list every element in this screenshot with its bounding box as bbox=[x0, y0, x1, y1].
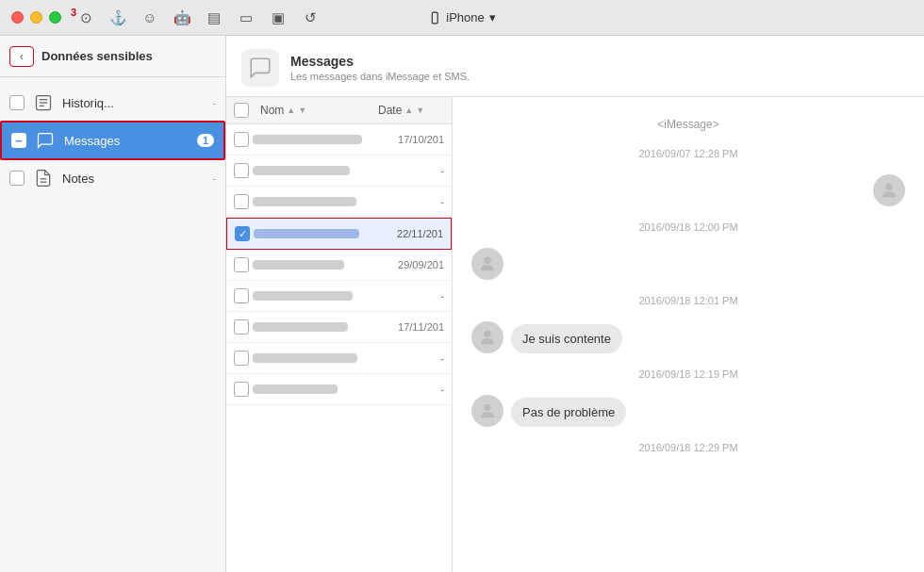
row-checkbox[interactable] bbox=[234, 288, 249, 303]
msg-list-header: Nom ▲ ▼ Date ▲ ▼ bbox=[226, 97, 452, 124]
header-checkbox-col bbox=[234, 103, 256, 118]
row-date: - bbox=[378, 352, 444, 364]
chat-row bbox=[471, 174, 905, 206]
sidebar-title: Données sensibles bbox=[41, 49, 153, 63]
content-title: Messages bbox=[290, 54, 470, 69]
device-chevron: ▾ bbox=[489, 10, 496, 25]
podcast-icon[interactable]: ⊙ bbox=[76, 8, 95, 27]
titlebar: 3 ⊙ ⚓ ☺ 🤖 ▤ ▭ ▣ ↺ iPhone ▾ bbox=[0, 0, 924, 36]
titlebar-icons: ⊙ ⚓ ☺ 🤖 ▤ ▭ ▣ ↺ bbox=[76, 8, 320, 27]
svg-rect-0 bbox=[432, 12, 437, 24]
table-row[interactable]: - bbox=[226, 155, 452, 187]
row-name bbox=[253, 260, 374, 270]
device-selector[interactable]: iPhone ▾ bbox=[428, 10, 495, 25]
row-date: 17/10/201 bbox=[378, 134, 444, 145]
notes-arrow: - bbox=[212, 172, 216, 184]
back-button[interactable]: ‹ bbox=[9, 46, 34, 67]
row-name bbox=[253, 291, 374, 301]
chat-row-incoming: Je suis contente bbox=[471, 321, 905, 353]
svg-point-9 bbox=[484, 257, 490, 264]
messages-label: Messages bbox=[64, 134, 190, 148]
historique-label: Historiq... bbox=[62, 96, 205, 110]
traffic-lights bbox=[11, 11, 61, 24]
table-row[interactable]: 17/11/201 bbox=[226, 312, 452, 343]
row-name bbox=[253, 353, 374, 363]
row-checkbox[interactable] bbox=[234, 382, 249, 397]
sidebar-items: Historiq... - − Messages 1 bbox=[0, 77, 225, 572]
content-messages-icon bbox=[241, 49, 279, 87]
maximize-button[interactable] bbox=[49, 11, 61, 24]
row-checkbox[interactable] bbox=[234, 257, 249, 272]
tablet-icon[interactable]: ▭ bbox=[237, 8, 256, 27]
row-checkbox[interactable] bbox=[234, 194, 249, 209]
sidebar-item-messages[interactable]: − Messages 1 bbox=[0, 121, 225, 160]
message-list: Nom ▲ ▼ Date ▲ ▼ 17/10/ bbox=[226, 97, 453, 572]
row-date: - bbox=[378, 165, 444, 176]
close-button[interactable] bbox=[11, 11, 24, 24]
anchor-icon[interactable]: ⚓ bbox=[108, 8, 127, 27]
table-row[interactable]: - bbox=[226, 374, 452, 405]
row-date: - bbox=[378, 384, 444, 395]
messages-icon bbox=[34, 129, 57, 152]
table-row[interactable]: - bbox=[226, 281, 452, 312]
chat-row-incoming: Pas de problème bbox=[471, 395, 905, 427]
table-row[interactable]: 29/09/201 bbox=[226, 250, 452, 281]
row-date: 22/11/201 bbox=[377, 228, 443, 239]
row-checkbox[interactable] bbox=[234, 319, 249, 335]
row-name bbox=[253, 322, 374, 332]
messages-minus[interactable]: − bbox=[11, 133, 26, 148]
avatar bbox=[471, 321, 503, 353]
chat-bubble: Pas de problème bbox=[511, 398, 626, 427]
row-date: 17/11/201 bbox=[378, 321, 444, 333]
content-body: Nom ▲ ▼ Date ▲ ▼ 17/10/ bbox=[226, 97, 924, 572]
row-checkbox[interactable] bbox=[234, 351, 249, 366]
svg-point-10 bbox=[484, 331, 490, 337]
table-row[interactable]: - bbox=[226, 343, 452, 374]
svg-point-11 bbox=[484, 404, 490, 411]
chat-timestamp: 2016/09/18 12:29 PM bbox=[471, 442, 905, 453]
wallet-icon[interactable]: ▣ bbox=[269, 8, 288, 27]
table-row[interactable]: 17/10/201 bbox=[226, 124, 452, 155]
row-date: - bbox=[378, 290, 444, 302]
nom-sort-asc: ▲ bbox=[287, 106, 295, 115]
row-name bbox=[253, 384, 374, 394]
row-name bbox=[254, 229, 373, 238]
sidebar-header: ‹ Données sensibles bbox=[0, 36, 225, 77]
chat-timestamp: 2016/09/07 12:28 PM bbox=[471, 148, 905, 159]
device-name: iPhone bbox=[446, 10, 484, 25]
historique-icon bbox=[32, 91, 55, 114]
main-layout: ‹ Données sensibles Historiq... - bbox=[0, 36, 924, 572]
row-name bbox=[253, 166, 374, 175]
table-row-selected[interactable]: 2 ✓ 22/11/201 bbox=[226, 218, 452, 250]
chat-bubble: Je suis contente bbox=[511, 324, 622, 353]
phone-icon bbox=[428, 11, 441, 25]
chat-area: <iMessage> 2016/09/07 12:28 PM 2016/09/1… bbox=[453, 97, 924, 572]
face-icon[interactable]: ☺ bbox=[140, 8, 159, 27]
sidebar: ‹ Données sensibles Historiq... - bbox=[0, 36, 226, 572]
sidebar-item-historique[interactable]: Historiq... - bbox=[0, 85, 225, 121]
row-date: - bbox=[378, 196, 444, 207]
historique-arrow: - bbox=[212, 97, 216, 108]
col-nom[interactable]: Nom ▲ ▼ bbox=[260, 104, 374, 117]
archive-icon[interactable]: ▤ bbox=[205, 8, 223, 27]
row-checkbox[interactable] bbox=[234, 132, 249, 147]
minimize-button[interactable] bbox=[30, 11, 42, 24]
svg-point-8 bbox=[885, 184, 892, 190]
select-all-checkbox[interactable] bbox=[234, 103, 249, 118]
history-icon[interactable]: ↺ bbox=[301, 8, 320, 27]
nom-sort-desc: ▼ bbox=[298, 106, 306, 115]
chat-timestamp: 2016/09/18 12:19 PM bbox=[471, 368, 905, 380]
date-sort-asc: ▲ bbox=[404, 106, 413, 115]
table-row[interactable]: - bbox=[226, 187, 452, 218]
historique-checkbox[interactable] bbox=[9, 95, 25, 110]
avatar bbox=[471, 395, 503, 427]
notes-checkbox[interactable] bbox=[9, 171, 25, 186]
back-arrow: ‹ bbox=[20, 50, 24, 63]
sidebar-item-notes[interactable]: Notes - bbox=[0, 160, 225, 196]
notes-icon bbox=[32, 167, 55, 189]
avatar bbox=[471, 248, 503, 280]
robot-icon[interactable]: 🤖 bbox=[173, 8, 191, 27]
row-checkbox-selected[interactable]: ✓ bbox=[235, 226, 250, 241]
row-checkbox[interactable] bbox=[234, 163, 249, 178]
col-date[interactable]: Date ▲ ▼ bbox=[378, 104, 444, 117]
